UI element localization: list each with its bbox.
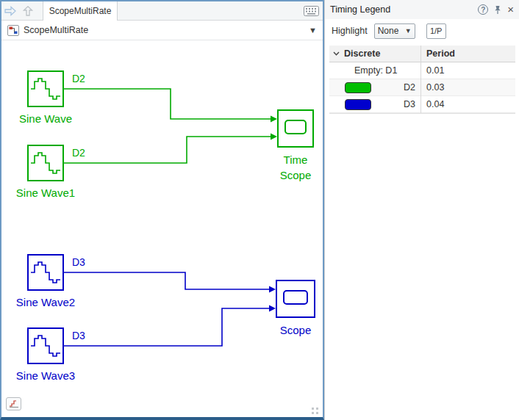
chevron-down-icon: ▼ xyxy=(405,27,412,35)
model-editor: ScopeMultiRate xyxy=(0,0,324,420)
block-time-scope[interactable] xyxy=(277,109,314,148)
highlight-dropdown-value: None xyxy=(378,26,399,36)
up-to-parent-button[interactable] xyxy=(19,3,37,19)
up-arrow-icon xyxy=(23,6,33,16)
forward-button[interactable] xyxy=(1,3,19,19)
block-sine-wave2[interactable] xyxy=(27,254,64,291)
scope-screen-icon xyxy=(284,120,307,134)
panel-title: Timing Legend xyxy=(330,4,390,15)
block-sine-wave[interactable] xyxy=(27,70,64,107)
sample-time-icon xyxy=(9,399,19,408)
timing-legend-table: Discrete Period Empty: D1 0.01 D2 0.03 D… xyxy=(329,46,515,114)
breadcrumb-dropdown-caret[interactable]: ▼ xyxy=(309,26,317,35)
table-row[interactable]: Empty: D1 0.01 xyxy=(329,62,515,79)
collapse-chevron-icon[interactable] xyxy=(333,51,340,56)
table-header-row: Discrete Period xyxy=(329,46,515,62)
rate-annotation: D3 xyxy=(72,256,85,268)
highlight-dropdown[interactable]: None ▼ xyxy=(374,23,415,39)
canvas-resize-grip xyxy=(312,408,314,410)
block-sine-wave3[interactable] xyxy=(27,327,64,364)
model-canvas[interactable]: D2 Sine Wave D2 Sine Wave1 Time Scope xyxy=(1,40,323,417)
help-icon[interactable]: ? xyxy=(478,4,488,15)
column-header-period: Period xyxy=(420,48,515,59)
inverse-period-button[interactable]: 1/P xyxy=(426,23,446,39)
model-tab-label: ScopeMultiRate xyxy=(49,6,112,16)
model-icon xyxy=(7,25,19,36)
panel-header: Timing Legend ? × xyxy=(325,0,519,19)
discrete-sine-icon xyxy=(29,329,62,363)
table-row[interactable]: D3 0.04 xyxy=(329,96,515,113)
breadcrumb-item[interactable]: ScopeMultiRate xyxy=(24,25,88,35)
highlight-row: Highlight None ▼ 1/P xyxy=(325,19,519,43)
block-sine-wave1[interactable] xyxy=(27,145,64,181)
highlight-label: Highlight xyxy=(332,26,368,36)
timing-legend-panel: Timing Legend ? × Highlight None ▼ 1/P xyxy=(324,0,519,420)
block-label[interactable]: Sine Wave xyxy=(1,111,90,126)
pin-icon[interactable] xyxy=(493,5,502,15)
d3-color-swatch xyxy=(345,99,371,110)
block-scope[interactable] xyxy=(276,280,315,318)
scope-screen-icon xyxy=(283,290,308,305)
simulink-window: ScopeMultiRate xyxy=(0,0,519,420)
block-label[interactable]: Time Scope xyxy=(273,152,318,183)
block-label[interactable]: Scope xyxy=(266,322,323,338)
rate-name: D3 xyxy=(404,99,415,109)
table-row[interactable]: D2 0.03 xyxy=(329,79,515,96)
d2-color-swatch xyxy=(345,82,371,93)
discrete-sine-icon xyxy=(29,72,62,106)
column-header-discrete: Discrete xyxy=(344,48,380,59)
rate-period: 0.01 xyxy=(420,65,515,76)
keyboard-shortcuts-button[interactable] xyxy=(304,6,319,19)
block-label[interactable]: Sine Wave1 xyxy=(1,185,90,200)
rate-annotation: D2 xyxy=(72,73,85,84)
rate-name: Empty: D1 xyxy=(329,62,420,79)
rate-annotation: D3 xyxy=(72,330,85,341)
rate-period: 0.03 xyxy=(420,82,515,93)
rate-name: D2 xyxy=(404,82,415,93)
breadcrumb-bar: ScopeMultiRate ▼ xyxy=(1,21,323,40)
editor-toolbar: ScopeMultiRate xyxy=(1,1,323,21)
column-divider xyxy=(420,46,421,113)
sample-time-legend-badge[interactable] xyxy=(6,397,21,410)
rate-annotation: D2 xyxy=(72,147,85,159)
block-label[interactable]: Sine Wave3 xyxy=(1,368,90,383)
discrete-sine-icon xyxy=(29,256,62,289)
keyboard-icon xyxy=(304,6,319,16)
forward-arrow-icon xyxy=(4,6,16,16)
close-icon[interactable]: × xyxy=(507,4,514,15)
discrete-sine-icon xyxy=(29,146,62,180)
block-label[interactable]: Sine Wave2 xyxy=(1,294,90,310)
rate-period: 0.04 xyxy=(420,99,515,109)
model-tab[interactable]: ScopeMultiRate xyxy=(43,1,118,21)
